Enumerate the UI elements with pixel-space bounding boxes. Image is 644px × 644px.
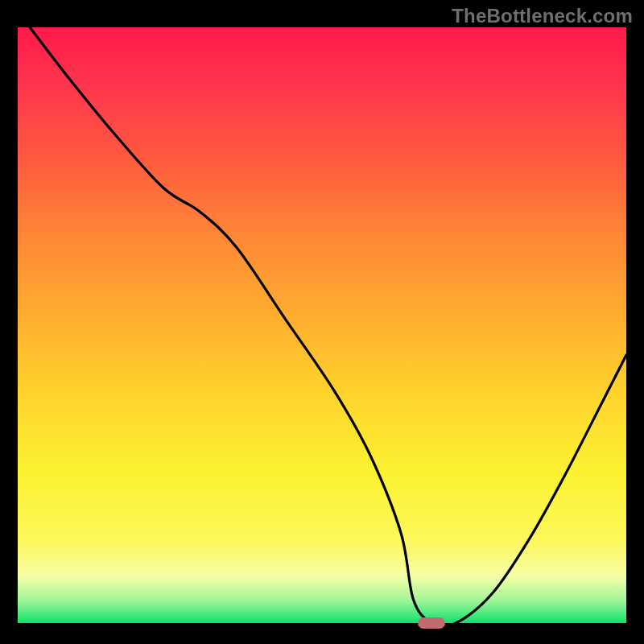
curve-path — [30, 27, 626, 623]
bottleneck-marker — [418, 617, 445, 629]
watermark-text: TheBottleneck.com — [452, 5, 633, 27]
plot-area — [18, 27, 626, 623]
curve-svg — [18, 27, 626, 623]
stage: TheBottleneck.com — [0, 0, 644, 644]
